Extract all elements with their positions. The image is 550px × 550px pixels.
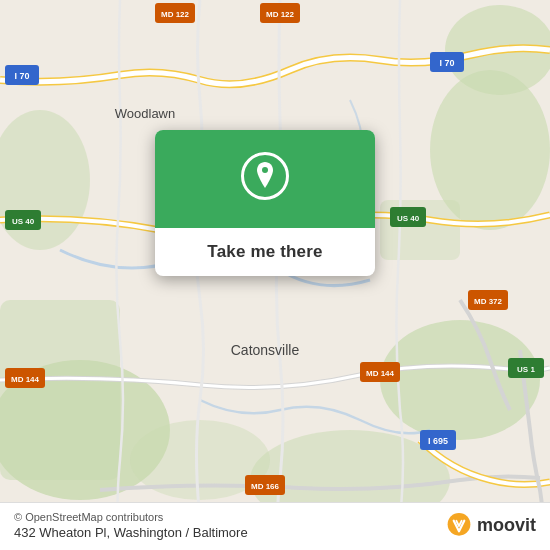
svg-text:I 70: I 70 xyxy=(14,71,29,81)
moovit-logo: moovit xyxy=(445,512,536,540)
svg-point-36 xyxy=(262,167,268,173)
take-me-there-button[interactable]: Take me there xyxy=(155,228,375,276)
bottom-info: © OpenStreetMap contributors 432 Wheaton… xyxy=(14,511,248,540)
map-view: I 70 I 70 US 40 US 40 MD 122 MD 122 MD 1… xyxy=(0,0,550,550)
svg-text:MD 166: MD 166 xyxy=(251,482,280,491)
svg-text:MD 372: MD 372 xyxy=(474,297,503,306)
svg-text:MD 144: MD 144 xyxy=(366,369,395,378)
take-me-there-label[interactable]: Take me there xyxy=(207,242,322,262)
svg-text:Catonsville: Catonsville xyxy=(231,342,300,358)
moovit-brand-name: moovit xyxy=(477,515,536,536)
location-popup: Take me there xyxy=(155,130,375,276)
svg-text:MD 122: MD 122 xyxy=(266,10,295,19)
svg-point-2 xyxy=(380,320,540,440)
address-label: 432 Wheaton Pl, Washington / Baltimore xyxy=(14,525,248,540)
bottom-bar: © OpenStreetMap contributors 432 Wheaton… xyxy=(0,502,550,550)
location-pin-icon xyxy=(253,162,277,190)
svg-rect-4 xyxy=(0,300,120,480)
svg-text:MD 144: MD 144 xyxy=(11,375,40,384)
svg-text:I 70: I 70 xyxy=(439,58,454,68)
svg-text:US 40: US 40 xyxy=(397,214,420,223)
svg-text:US 1: US 1 xyxy=(517,365,535,374)
svg-text:I 695: I 695 xyxy=(428,436,448,446)
popup-header xyxy=(155,130,375,228)
osm-attribution: © OpenStreetMap contributors xyxy=(14,511,248,523)
svg-text:US 40: US 40 xyxy=(12,217,35,226)
moovit-brand-icon xyxy=(445,512,473,540)
svg-text:Woodlawn: Woodlawn xyxy=(115,106,175,121)
svg-text:MD 122: MD 122 xyxy=(161,10,190,19)
location-icon-circle xyxy=(241,152,289,200)
